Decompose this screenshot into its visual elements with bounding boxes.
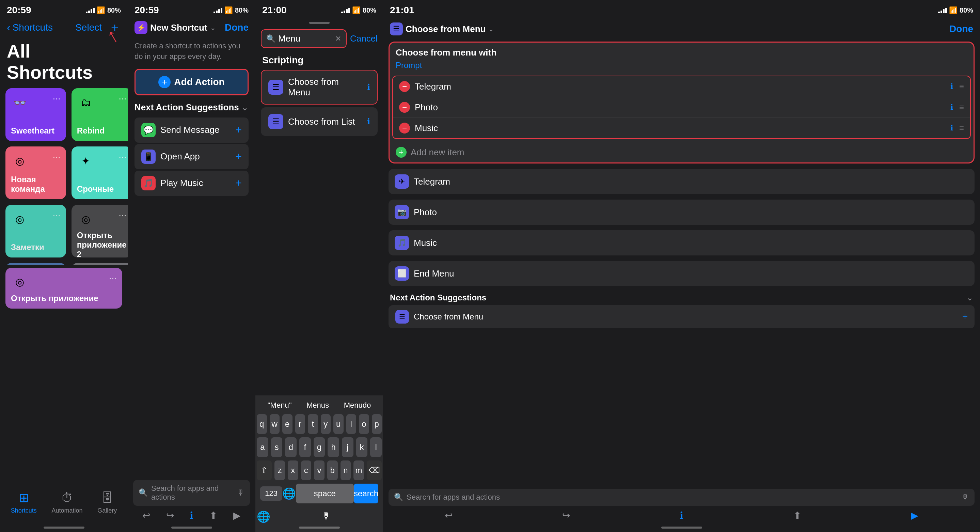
- item-info-telegram[interactable]: ℹ: [950, 82, 953, 91]
- key-y[interactable]: y: [321, 414, 331, 434]
- kb-suggest-0[interactable]: "Menu": [268, 401, 292, 410]
- more-button[interactable]: ···: [109, 273, 117, 283]
- more-button[interactable]: ···: [52, 210, 60, 220]
- more-button[interactable]: ···: [52, 152, 60, 161]
- key-h[interactable]: h: [328, 437, 339, 457]
- more-button[interactable]: ···: [118, 94, 126, 103]
- play-icon-4[interactable]: ▶: [911, 510, 918, 521]
- item-info-photo[interactable]: ℹ: [950, 103, 953, 112]
- shortcut-card-novaya[interactable]: ◎ ··· Новая команда: [5, 147, 66, 199]
- key-s[interactable]: s: [271, 437, 283, 457]
- select-button[interactable]: Select: [75, 22, 102, 33]
- key-q[interactable]: q: [257, 414, 267, 434]
- more-button[interactable]: ···: [118, 210, 126, 220]
- redo-icon[interactable]: ↪: [166, 510, 174, 521]
- standalone-end-menu[interactable]: ⬜ End Menu: [388, 261, 975, 286]
- key-k[interactable]: k: [356, 437, 368, 457]
- item-drag-music[interactable]: ≡: [959, 123, 964, 133]
- more-button[interactable]: ···: [52, 94, 60, 103]
- key-u[interactable]: u: [333, 414, 344, 434]
- cancel-button-3[interactable]: Cancel: [350, 33, 378, 44]
- key-f[interactable]: f: [299, 437, 311, 457]
- search-input-wrap[interactable]: 🔍 Menu ✕: [261, 29, 347, 48]
- key-p[interactable]: p: [372, 414, 382, 434]
- info-icon[interactable]: ℹ: [190, 510, 193, 521]
- mic-icon-4[interactable]: 🎙: [962, 493, 969, 502]
- nav-automation[interactable]: ⏱ Automation: [51, 491, 83, 514]
- key-z[interactable]: z: [274, 460, 285, 480]
- kb-suggest-2[interactable]: Menudo: [344, 401, 371, 410]
- suggestion-add-1[interactable]: +: [235, 150, 242, 163]
- menu-item-telegram[interactable]: − Telegram ℹ ≡: [393, 76, 970, 97]
- key-m[interactable]: m: [353, 460, 364, 480]
- info-icon-4[interactable]: ℹ: [680, 510, 683, 521]
- play-icon[interactable]: ▶: [233, 510, 241, 521]
- key-d[interactable]: d: [285, 437, 297, 457]
- result-info-1[interactable]: ℹ: [367, 117, 370, 126]
- item-info-music[interactable]: ℹ: [950, 124, 953, 132]
- suggestion-add-0[interactable]: +: [235, 124, 242, 136]
- suggestion-send-message[interactable]: 💬 Send Message +: [135, 118, 248, 143]
- shortcut-card-open[interactable]: ◎ ··· Открыть приложение: [5, 268, 122, 309]
- key-a[interactable]: a: [257, 437, 268, 457]
- shortcut-card-zametki[interactable]: ◎ ··· Заметки: [5, 205, 66, 258]
- key-x[interactable]: x: [288, 460, 298, 480]
- add-action-button[interactable]: + Add Action: [135, 69, 248, 96]
- search-bar-bottom-2[interactable]: 🔍 Search for apps and actions 🎙: [133, 480, 250, 506]
- undo-icon[interactable]: ↩: [142, 510, 150, 521]
- shortcut-card-openapp[interactable]: ◎ Open App: [72, 263, 128, 265]
- undo-icon-4[interactable]: ↩: [445, 510, 453, 521]
- key-n[interactable]: n: [340, 460, 351, 480]
- kb-suggest-1[interactable]: Menus: [307, 401, 329, 410]
- key-shift[interactable]: ⇧: [257, 460, 272, 480]
- share-icon-4[interactable]: ⬆: [794, 510, 801, 521]
- key-v[interactable]: v: [314, 460, 325, 480]
- add-shortcut-button[interactable]: ＋: [109, 19, 121, 36]
- key-g[interactable]: g: [313, 437, 325, 457]
- done-button-4[interactable]: Done: [949, 24, 973, 34]
- key-c[interactable]: c: [301, 460, 312, 480]
- add-new-item-button[interactable]: +: [396, 147, 407, 158]
- remove-photo-button[interactable]: −: [399, 102, 410, 113]
- back-button[interactable]: ‹ Shortcuts: [7, 21, 53, 34]
- key-j[interactable]: j: [342, 437, 353, 457]
- redo-icon-4[interactable]: ↪: [562, 510, 570, 521]
- result-choose-from-list[interactable]: ☰ Choose from List ℹ: [261, 107, 378, 136]
- share-icon[interactable]: ⬆: [209, 510, 217, 521]
- standalone-telegram[interactable]: ✈ Telegram: [388, 169, 975, 194]
- add-new-item-row[interactable]: + Add new item: [390, 142, 974, 162]
- more-button[interactable]: ···: [118, 152, 126, 161]
- nav-gallery[interactable]: 🗄 Gallery: [97, 491, 117, 514]
- key-space[interactable]: space: [296, 484, 354, 503]
- key-l[interactable]: l: [370, 437, 382, 457]
- key-i[interactable]: i: [346, 414, 356, 434]
- key-delete[interactable]: ⌫: [367, 460, 382, 480]
- next-suggestion-add[interactable]: +: [962, 311, 968, 322]
- menu-item-photo[interactable]: − Photo ℹ ≡: [393, 97, 970, 118]
- done-button-2[interactable]: Done: [225, 22, 248, 33]
- result-info-0[interactable]: ℹ: [367, 83, 370, 92]
- search-clear-icon[interactable]: ✕: [335, 34, 341, 43]
- search-bar-bottom-4[interactable]: 🔍 Search for apps and actions 🎙: [388, 489, 975, 506]
- key-b[interactable]: b: [327, 460, 338, 480]
- shortcut-card-rebind[interactable]: 🗂 ··· Rebind: [72, 88, 128, 141]
- shortcut-card-sweetheart[interactable]: 👓 ··· Sweetheart: [5, 88, 66, 141]
- suggestion-add-2[interactable]: +: [235, 177, 242, 190]
- result-choose-from-menu[interactable]: ☰ Choose from Menu ℹ: [261, 70, 378, 105]
- next-suggestion-row[interactable]: ☰ Choose from Menu +: [388, 305, 975, 328]
- item-drag-photo[interactable]: ≡: [959, 102, 964, 112]
- mic-kb-icon[interactable]: 🎙: [270, 510, 382, 523]
- mic-icon-2[interactable]: 🎙: [237, 488, 245, 497]
- key-t[interactable]: t: [308, 414, 318, 434]
- key-123[interactable]: 123: [260, 486, 282, 501]
- shortcut-card-srochnye[interactable]: ✦ ··· Срочные: [72, 147, 128, 199]
- standalone-music[interactable]: 🎵 Music: [388, 230, 975, 255]
- nav-shortcuts[interactable]: ⊞ Shortcuts: [11, 491, 37, 514]
- remove-telegram-button[interactable]: −: [399, 81, 410, 92]
- shortcut-card-open1[interactable]: ◎ ··· Открыть приложение 1: [5, 263, 66, 265]
- item-drag-telegram[interactable]: ≡: [959, 82, 964, 91]
- key-o[interactable]: o: [359, 414, 369, 434]
- search-input[interactable]: Menu: [278, 33, 332, 44]
- key-search[interactable]: search: [354, 484, 378, 503]
- suggestion-open-app[interactable]: 📱 Open App +: [135, 144, 248, 169]
